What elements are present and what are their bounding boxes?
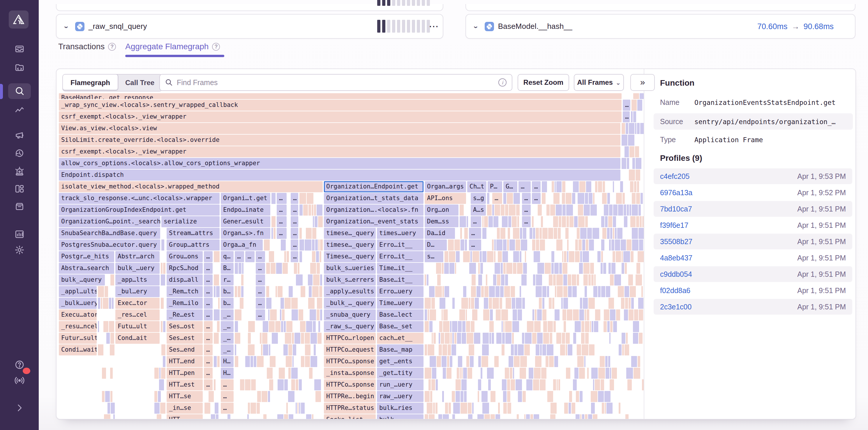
flamegraph-frame[interactable]: Base…_map xyxy=(377,344,424,356)
flamegraph-frame[interactable]: … xyxy=(204,333,213,344)
flamegraph-frame-sliver[interactable] xyxy=(568,274,571,285)
flamegraph-frame-sliver[interactable] xyxy=(624,216,627,227)
flamegraph-frame-sliver[interactable] xyxy=(254,356,256,367)
flamegraph-frame[interactable]: _apply…esults xyxy=(324,286,376,297)
flamegraph-frame-sliver[interactable] xyxy=(425,344,427,356)
flamegraph-frame-sliver[interactable] xyxy=(314,344,316,356)
sidebar-item-replays-clock[interactable] xyxy=(0,145,39,161)
flamegraph-frame-sliver[interactable] xyxy=(240,298,244,309)
flamegraph-frame-sliver[interactable] xyxy=(632,193,636,204)
flamegraph-frame-sliver[interactable] xyxy=(550,333,552,344)
flamegraph-frame[interactable]: r… xyxy=(221,274,234,285)
flamegraph-frame[interactable]: … xyxy=(204,321,213,332)
flamegraph-frame-sliver[interactable] xyxy=(510,286,515,297)
flamegraph-frame[interactable]: times…uery xyxy=(377,228,424,239)
flamegraph-frame-sliver[interactable] xyxy=(495,205,500,216)
flamegraph-frame-sliver[interactable] xyxy=(449,251,455,262)
flamegraph-frame[interactable]: Dem…ss xyxy=(425,216,459,227)
flamegraph-frame-sliver[interactable] xyxy=(318,321,320,332)
flamegraph-frame-sliver[interactable] xyxy=(482,344,489,356)
flamegraph-frame-sliver[interactable] xyxy=(248,321,255,332)
flamegraph-frame-sliver[interactable] xyxy=(464,391,467,402)
flamegraph-frame-sliver[interactable] xyxy=(161,321,162,332)
flamegraph-frame-sliver[interactable] xyxy=(214,356,217,367)
flamegraph-frame-sliver[interactable] xyxy=(600,379,604,390)
flamegraph-frame-sliver[interactable] xyxy=(462,333,466,344)
flamegraph-frame-sliver[interactable] xyxy=(573,379,577,390)
flamegraph-frame-sliver[interactable] xyxy=(154,391,157,402)
flamegraph-frame-sliver[interactable] xyxy=(578,216,585,227)
flamegraph-frame-sliver[interactable] xyxy=(610,321,613,332)
flamegraph-frame-sliver[interactable] xyxy=(622,344,624,356)
flamegraph-frame-sliver[interactable] xyxy=(631,111,633,122)
flamegraph-frame-sliver[interactable] xyxy=(503,193,506,204)
flamegraph-frame-sliver[interactable] xyxy=(248,333,251,344)
flamegraph-frame-sliver[interactable] xyxy=(522,298,525,309)
flamegraph-frame-sliver[interactable] xyxy=(315,216,317,227)
flamegraph-frame-sliver[interactable] xyxy=(549,356,554,367)
flamegraph-frame-sliver[interactable] xyxy=(487,205,492,216)
flamegraph-frame-sliver[interactable] xyxy=(641,193,643,204)
flamegraph-frame-sliver[interactable] xyxy=(472,403,474,414)
flamegraph-frame[interactable]: _… xyxy=(221,344,234,356)
flamegraph-frame-sliver[interactable] xyxy=(633,93,639,99)
flamegraph-frame-selected[interactable]: Organization…Endpoint.get xyxy=(324,181,424,192)
flamegraph-frame-sliver[interactable] xyxy=(558,228,561,239)
flamegraph-frame-sliver[interactable] xyxy=(591,274,594,285)
flamegraph-frame-sliver[interactable] xyxy=(450,333,452,344)
flamegraph-frame-sliver[interactable] xyxy=(461,240,464,250)
flamegraph-frame-sliver[interactable] xyxy=(310,263,316,274)
flamegraph-frame-sliver[interactable] xyxy=(317,309,319,320)
flamegraph-frame-sliver[interactable] xyxy=(630,216,636,227)
flamegraph-frame-sliver[interactable] xyxy=(315,391,321,402)
flamegraph-frame-sliver[interactable] xyxy=(240,379,244,390)
flamegraph-frame-sliver[interactable] xyxy=(154,403,160,414)
flamegraph-frame-sliver[interactable] xyxy=(472,309,477,320)
flamegraph-frame-sliver[interactable] xyxy=(300,240,304,250)
flamegraph-frame-sliver[interactable] xyxy=(595,181,597,192)
flamegraph-frame-sliver[interactable] xyxy=(598,391,604,402)
flamegraph-frame-sliver[interactable] xyxy=(635,146,639,157)
flamegraph-frame-sliver[interactable] xyxy=(319,251,321,262)
flamegraph-frame-sliver[interactable] xyxy=(242,263,244,274)
flamegraph-frame-sliver[interactable] xyxy=(616,309,620,320)
flamegraph-frame-sliver[interactable] xyxy=(567,240,568,250)
flamegraph-frame-sliver[interactable] xyxy=(460,228,462,239)
flamegraph-frame-sliver[interactable] xyxy=(458,356,462,367)
flamegraph-frame-sliver[interactable] xyxy=(613,216,616,227)
flamegraph-frame[interactable]: b… xyxy=(221,298,234,309)
flamegraph-frame-sliver[interactable] xyxy=(444,286,449,297)
flamegraph-frame-sliver[interactable] xyxy=(629,146,634,157)
flamegraph-frame-sliver[interactable] xyxy=(300,228,302,239)
flamegraph-frame-sliver[interactable] xyxy=(448,344,451,356)
flamegraph-frame-sliver[interactable] xyxy=(101,298,102,309)
flamegraph-frame-sliver[interactable] xyxy=(590,263,594,274)
flamegraph-frame-sliver[interactable] xyxy=(492,240,494,250)
flamegraph-frame[interactable]: Ch…t xyxy=(467,181,487,192)
flamegraph-frame-sliver[interactable] xyxy=(308,298,315,309)
sidebar-item-dashboards-grid[interactable] xyxy=(0,181,39,197)
flamegraph-frame-sliver[interactable] xyxy=(514,193,520,204)
flamegraph-frame-sliver[interactable] xyxy=(641,286,643,297)
flamegraph-frame-sliver[interactable] xyxy=(543,321,547,332)
flamegraph-frame-sliver[interactable] xyxy=(542,181,547,192)
flamegraph-frame[interactable]: Organ…s>.fn xyxy=(221,228,270,239)
flamegraph-frame-sliver[interactable] xyxy=(592,228,599,239)
flamegraph-frame-sliver[interactable] xyxy=(429,414,435,419)
flamegraph-frame[interactable]: … xyxy=(522,205,531,216)
flamegraph-frame[interactable]: PostgresSnuba…ecutor.query xyxy=(59,240,160,250)
flamegraph-frame-sliver[interactable] xyxy=(309,368,313,379)
flamegraph-frame[interactable]: bulk…ries xyxy=(377,403,424,414)
flamegraph-frame-sliver[interactable] xyxy=(572,274,576,285)
flamegraph-frame-sliver[interactable] xyxy=(569,251,575,262)
flamegraph-frame-sliver[interactable] xyxy=(474,333,480,344)
flamegraph-frame-sliver[interactable] xyxy=(235,344,236,356)
flamegraph-frame-sliver[interactable] xyxy=(627,158,629,169)
flamegraph-frame-sliver[interactable] xyxy=(485,414,490,419)
flamegraph-frame[interactable]: … xyxy=(221,403,234,414)
flamegraph-frame-sliver[interactable] xyxy=(535,356,541,367)
flamegraph-frame-sliver[interactable] xyxy=(442,391,444,402)
flamegraph-frame-sliver[interactable] xyxy=(314,379,321,390)
flamegraph-frame-sliver[interactable] xyxy=(617,228,622,239)
flamegraph-frame[interactable]: track_slo_response.<…unc.<locals>.wrappe… xyxy=(59,193,220,204)
